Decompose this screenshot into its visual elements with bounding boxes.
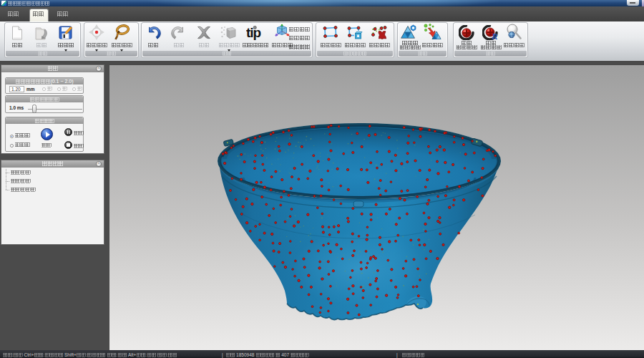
svg-text:R: R <box>491 31 498 40</box>
